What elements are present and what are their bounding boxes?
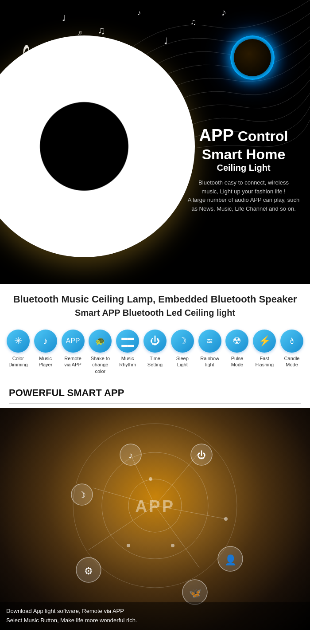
feature-color-dimming: ✳ ColorDimming [5,330,31,368]
music-rhythm-label: MusicRhythm [119,355,136,368]
music-note-4: ♩ [164,35,168,46]
hero-desc-line2: music, Light up your fashion life ! [202,188,285,195]
features-row: ✳ ColorDimming ♪ MusicPlayer APP Remotev… [4,330,306,374]
sleep-light-icon: ☽ [171,330,194,353]
music-note-3: ♪ [137,9,141,17]
rainbow-light-icon: ≋ [198,330,221,353]
feature-time-setting: ⏻ TimeSetting [142,330,168,368]
feature-music-player: ♪ MusicPlayer [32,330,59,368]
product-title-section: Bluetooth Music Ceiling Lamp, Embedded B… [0,284,310,322]
music-note-2: ♫ [97,24,105,37]
music-symbol: ♪ [128,450,133,460]
hero-title-main: APP Control Smart Home [186,126,301,163]
hero-desc-line4: as News, Music, Life Channel and so on. [191,205,296,212]
feature-music-rhythm: ▬▬▬▬ MusicRhythm [114,330,141,368]
color-dimming-label: ColorDimming [8,355,27,368]
color-dimming-icon: ✳ [7,330,30,353]
hero-app-word: APP [199,126,234,145]
app-diagram-section: ♪ ⏻ ☽ 👤 ⚙ 🦋 APP Download App light softw… [0,408,310,630]
person-symbol: 👤 [225,554,237,566]
app-diagram-svg: ♪ ⏻ ☽ 👤 ⚙ 🦋 APP [0,408,310,630]
moon-symbol: ☽ [78,490,86,500]
shake-color-label: Shake tochangecolor [91,355,110,374]
rainbow-light-label: Rainbowlight [200,355,219,368]
section-divider [9,403,301,404]
music-rhythm-icon: ▬▬▬▬ [116,330,139,353]
candle-mode-icon: 🕯 [280,330,303,353]
pulse-mode-icon: ☢ [225,330,248,353]
hero-title-line2: Ceiling Light [186,163,301,173]
app-center-label: APP [135,497,175,516]
smart-app-section: POWERFUL SMART APP [0,379,310,408]
dot-1 [149,477,152,481]
remote-app-icon: APP [62,330,85,353]
feature-pulse-mode: ☢ PulseMode [224,330,250,368]
smart-app-title: POWERFUL SMART APP [9,387,301,399]
fast-flashing-icon: ⚡ [253,330,276,353]
music-note-6: ♪ [221,7,226,18]
feature-remote-app: APP Remotevia APP [60,330,86,368]
features-section: ✳ ColorDimming ♪ MusicPlayer APP Remotev… [0,322,310,379]
caption-line2: Select Music Button, Make life more wond… [6,616,304,625]
product-title-sub: Smart APP Bluetooth Led Ceiling light [9,308,301,318]
gear-symbol: ⚙ [84,565,93,577]
hero-section: ♩ ♫ ♪ ♩ ♫ ♪ ♬ 𝄞 APP Control Smart Home C… [0,0,310,284]
sleep-light-label: SleepLight [176,355,189,368]
app-diagram-caption: Download App light software, Remote via … [0,602,310,630]
feature-sleep-light: ☽ SleepLight [169,330,196,368]
hero-desc: Bluetooth easy to connect, wireless musi… [186,178,301,213]
caption-line1: Download App light software, Remote via … [6,607,304,616]
blue-light-orb [230,35,275,80]
feature-shake-color: 🐢 Shake tochangecolor [87,330,113,374]
remote-app-label: Remotevia APP [64,355,81,368]
music-note-5: ♫ [190,18,197,27]
candle-mode-label: CandleMode [284,355,300,368]
pulse-mode-label: PulseMode [231,355,244,368]
power-symbol: ⏻ [197,450,206,460]
dot-2 [224,517,228,521]
hero-desc-line1: Bluetooth easy to connect, wireless [198,179,289,186]
music-player-label: MusicPlayer [39,355,52,368]
feature-fast-flashing: ⚡ FastFlashing [251,330,278,368]
shake-color-icon: 🐢 [89,330,112,353]
feature-candle-mode: 🕯 CandleMode [279,330,305,368]
fast-flashing-label: FastFlashing [255,355,274,368]
bug-symbol: 🦋 [189,587,202,599]
music-player-icon: ♪ [34,330,57,353]
dot-3 [127,544,130,547]
music-note-1: ♩ [62,13,66,23]
music-note-7: ♬ [78,29,82,36]
time-setting-label: TimeSetting [147,355,163,368]
feature-rainbow-light: ≋ Rainbowlight [197,330,223,368]
product-title-main: Bluetooth Music Ceiling Lamp, Embedded B… [9,294,301,305]
hero-desc-line3: A large number of audio APP can play, su… [188,196,299,203]
dot-4 [171,544,174,547]
time-setting-icon: ⏻ [143,330,167,353]
hero-text-block: APP Control Smart Home Ceiling Light Blu… [186,126,301,213]
